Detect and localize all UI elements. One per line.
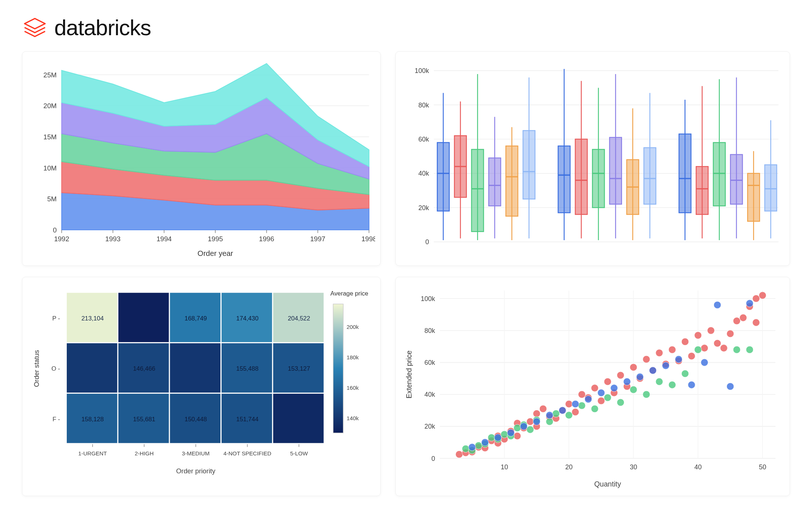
svg-point-236 — [669, 381, 676, 389]
svg-text:0: 0 — [425, 238, 429, 246]
svg-text:Quantity: Quantity — [594, 480, 621, 488]
svg-point-224 — [527, 426, 534, 433]
svg-rect-135 — [333, 304, 343, 433]
svg-point-259 — [701, 359, 708, 366]
svg-text:1995: 1995 — [208, 235, 223, 243]
svg-text:1996: 1996 — [259, 235, 274, 243]
svg-text:150,448: 150,448 — [184, 415, 207, 422]
svg-text:140k: 140k — [347, 415, 359, 421]
svg-text:60k: 60k — [424, 359, 435, 366]
svg-point-227 — [552, 410, 560, 417]
svg-point-183 — [572, 408, 579, 416]
svg-text:1998: 1998 — [361, 235, 375, 243]
svg-point-232 — [617, 399, 624, 406]
svg-text:0: 0 — [431, 455, 435, 462]
svg-point-194 — [643, 356, 650, 363]
svg-rect-73 — [644, 148, 656, 204]
svg-point-262 — [746, 300, 753, 307]
svg-text:213,104: 213,104 — [81, 315, 104, 322]
svg-text:Order year: Order year — [198, 249, 233, 257]
svg-text:1994: 1994 — [157, 235, 172, 243]
svg-point-234 — [643, 391, 650, 398]
svg-point-162 — [456, 451, 463, 458]
svg-text:20k: 20k — [424, 423, 435, 430]
svg-text:Order status: Order status — [33, 350, 40, 387]
svg-rect-105 — [170, 343, 220, 393]
svg-point-238 — [694, 346, 702, 353]
svg-rect-118 — [273, 394, 324, 443]
box-plot: 020k40k60k80k100k — [401, 56, 784, 254]
svg-text:0: 0 — [53, 226, 56, 234]
svg-text:1993: 1993 — [105, 235, 120, 243]
dashboard-grid: 05M10M15M20M25M1992199319941995199619971… — [22, 51, 790, 496]
svg-point-241 — [469, 443, 476, 451]
svg-point-214 — [462, 445, 469, 452]
svg-text:Average price: Average price — [330, 290, 368, 297]
svg-rect-82 — [713, 143, 725, 206]
svg-point-175 — [527, 418, 534, 425]
brand-header: databricks — [22, 15, 790, 40]
svg-point-239 — [733, 346, 740, 353]
svg-text:P -: P - — [52, 315, 60, 322]
svg-text:60k: 60k — [418, 136, 429, 143]
svg-rect-58 — [558, 146, 570, 213]
svg-point-258 — [688, 381, 695, 389]
svg-point-251 — [597, 389, 605, 396]
svg-point-243 — [494, 434, 502, 441]
svg-point-192 — [630, 364, 637, 371]
svg-point-218 — [488, 434, 495, 441]
svg-point-182 — [566, 400, 573, 408]
svg-point-190 — [617, 371, 624, 379]
svg-text:80k: 80k — [424, 327, 435, 334]
svg-point-247 — [546, 411, 553, 419]
svg-text:155,488: 155,488 — [236, 365, 259, 372]
svg-text:20M: 20M — [43, 102, 56, 110]
svg-text:2-HIGH: 2-HIGH — [135, 450, 154, 456]
svg-text:20k: 20k — [418, 204, 429, 212]
area-chart: 05M10M15M20M25M1992199319941995199619971… — [28, 56, 375, 261]
svg-point-248 — [559, 407, 566, 414]
svg-point-235 — [656, 378, 663, 385]
svg-text:155,681: 155,681 — [133, 415, 156, 422]
svg-text:153,127: 153,127 — [288, 365, 310, 372]
svg-rect-49 — [489, 158, 501, 206]
svg-point-242 — [482, 439, 489, 446]
svg-point-228 — [566, 411, 573, 419]
svg-point-206 — [720, 344, 728, 352]
svg-point-205 — [714, 340, 721, 347]
svg-point-231 — [604, 394, 611, 401]
boxplot-card: 020k40k60k80k100k — [395, 51, 790, 266]
brand-name: databricks — [54, 15, 151, 40]
svg-text:50: 50 — [759, 463, 766, 470]
svg-point-188 — [604, 378, 611, 385]
svg-point-240 — [746, 346, 753, 353]
svg-text:200k: 200k — [347, 324, 359, 330]
svg-rect-102 — [67, 343, 117, 393]
svg-point-237 — [681, 370, 689, 377]
svg-text:100k: 100k — [415, 67, 429, 74]
svg-text:Order priority: Order priority — [176, 467, 216, 475]
area-chart-card: 05M10M15M20M25M1992199319941995199619971… — [22, 51, 381, 266]
svg-text:40k: 40k — [418, 170, 429, 177]
svg-point-260 — [714, 301, 721, 309]
svg-rect-88 — [747, 173, 760, 221]
svg-text:146,466: 146,466 — [133, 365, 156, 372]
svg-text:100k: 100k — [421, 295, 435, 302]
svg-point-246 — [533, 418, 541, 425]
svg-text:10M: 10M — [43, 164, 56, 172]
svg-point-253 — [623, 378, 631, 385]
svg-text:4-NOT SPECIFIED: 4-NOT SPECIFIED — [223, 450, 271, 456]
svg-text:40k: 40k — [424, 391, 435, 398]
svg-point-201 — [688, 352, 695, 360]
svg-rect-67 — [610, 137, 622, 204]
svg-point-208 — [733, 317, 740, 324]
svg-point-202 — [694, 331, 702, 339]
svg-point-230 — [591, 405, 599, 412]
svg-point-256 — [662, 362, 669, 369]
scatter-plot: 020k40k60k80k100k1020304050QuantityExten… — [401, 282, 784, 491]
svg-text:40: 40 — [694, 463, 702, 470]
svg-rect-76 — [679, 134, 691, 213]
svg-rect-64 — [592, 149, 604, 208]
svg-point-178 — [539, 405, 547, 412]
svg-point-209 — [740, 314, 747, 321]
